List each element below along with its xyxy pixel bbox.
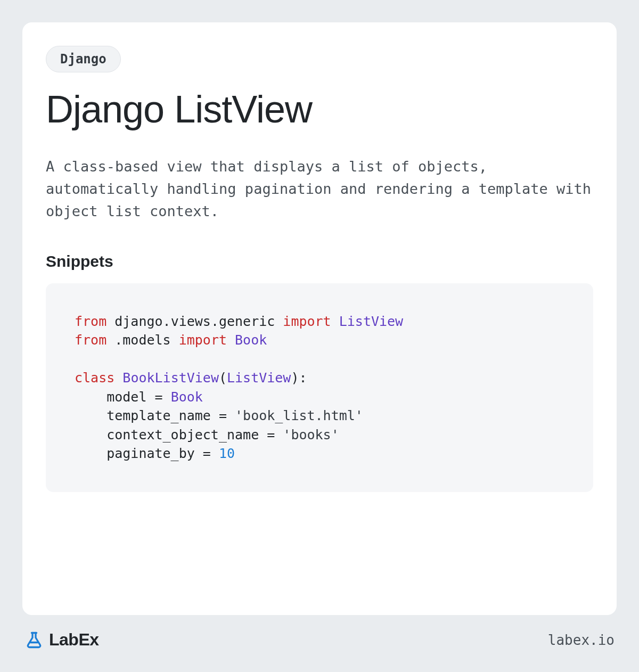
snippets-heading: Snippets xyxy=(46,252,593,271)
code-snippet: from django.views.generic import ListVie… xyxy=(46,283,593,492)
page-title: Django ListView xyxy=(46,87,593,131)
category-tag: Django xyxy=(46,46,121,72)
brand-logo: LabEx xyxy=(24,630,99,650)
footer: LabEx labex.io xyxy=(22,615,617,650)
content-card: Django Django ListView A class-based vie… xyxy=(22,22,617,615)
site-url: labex.io xyxy=(548,632,615,648)
brand-name: LabEx xyxy=(49,630,99,650)
flask-icon xyxy=(24,630,44,650)
description: A class-based view that displays a list … xyxy=(46,155,593,223)
